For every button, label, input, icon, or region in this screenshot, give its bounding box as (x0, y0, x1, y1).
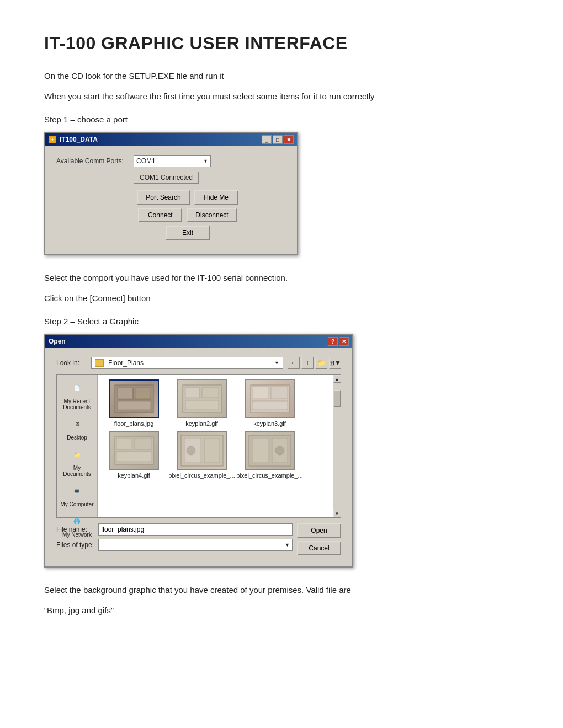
file-type-row: Files of type: ▼ (56, 539, 293, 551)
open-titlebar-buttons[interactable]: ? ✕ (328, 337, 349, 346)
file-name-1: keyplan2.gif (185, 420, 218, 427)
comm-ports-label: Available Comm Ports: (56, 157, 128, 165)
svg-rect-23 (252, 438, 269, 463)
scrollbar-up-arrow[interactable]: ▲ (333, 375, 341, 383)
dialog-buttons-section: Port Search Hide Me Connect Disconnect E… (89, 190, 286, 243)
folder-icon (95, 359, 104, 367)
page-title: IT-100 GRAPHIC USER INTERFACE (44, 33, 519, 53)
scrollbar-down-arrow[interactable]: ▼ (333, 510, 341, 517)
open-close-button[interactable]: ? (328, 337, 338, 346)
sidebar-label-desktop: Desktop (67, 435, 87, 441)
file-name-3: keyplan4.gif (118, 472, 150, 479)
svg-point-25 (275, 446, 284, 455)
titlebar-left: ⊞ IT100_DATA (49, 136, 98, 143)
sidebar-label-mycomputer: My Computer (60, 501, 93, 507)
titlebar-icon: ⊞ (49, 136, 56, 143)
it100-body: Available Comm Ports: COM1 ▼ COM1 Connec… (45, 146, 297, 254)
look-in-select[interactable]: Floor_Plans ▼ (91, 357, 283, 369)
buttons-row-1: Port Search Hide Me (137, 190, 238, 205)
step2-label: Step 2 – Select a Graphic (44, 317, 519, 326)
svg-rect-8 (202, 388, 219, 398)
recent-docs-icon: 📄 (67, 379, 87, 396)
my-computer-icon: 💻 (67, 483, 87, 499)
com-port-select[interactable]: COM1 ▼ (134, 155, 211, 167)
it100-title: IT100_DATA (60, 136, 98, 143)
up-folder-icon[interactable]: ↑ (301, 357, 314, 369)
file-name-2: keyplan3.gif (253, 420, 286, 427)
files-of-type-label: Files of type: (56, 541, 95, 549)
file-thumb-key3 (245, 379, 295, 418)
connected-label-row: COM1 Connected (134, 172, 286, 184)
port-search-button[interactable]: Port Search (137, 190, 189, 205)
hide-me-button[interactable]: Hide Me (194, 190, 238, 205)
desktop-icon: 🖥 (67, 416, 87, 432)
cancel-button[interactable]: Cancel (297, 541, 341, 555)
connect-button[interactable]: Connect (138, 208, 182, 222)
vertical-scrollbar[interactable]: ▲ ▼ (333, 375, 341, 517)
file-grid: floor_plans.jpg keyplan2.gif (98, 375, 333, 517)
bottom-row: File name: Files of type: ▼ Open Cancel (56, 523, 341, 555)
file-item-4[interactable]: pixel_circus_example_... (170, 431, 233, 479)
file-item-0[interactable]: floor_plans.jpg (102, 379, 166, 427)
file-item-1[interactable]: keyplan2.gif (170, 379, 233, 427)
connected-badge: COM1 Connected (134, 172, 199, 184)
file-item-5[interactable]: pixel_circus_example_... (238, 431, 301, 479)
svg-rect-3 (118, 401, 151, 410)
svg-rect-17 (116, 452, 152, 462)
look-in-arrow-icon: ▼ (274, 360, 279, 366)
open-dialog-title: Open (49, 338, 66, 345)
scrollbar-thumb[interactable] (334, 390, 341, 407)
svg-rect-16 (134, 438, 152, 449)
files-type-arrow-icon: ▼ (285, 542, 290, 548)
buttons-row-2: Connect Disconnect (138, 208, 237, 222)
svg-rect-1 (118, 388, 133, 399)
comm-ports-row: Available Comm Ports: COM1 ▼ (56, 155, 286, 167)
svg-rect-11 (252, 387, 269, 399)
file-browser-area: 📄 My Recent Documents 🖥 Desktop 📁 My Doc… (56, 374, 341, 518)
open-cancel-buttons: Open Cancel (297, 523, 341, 555)
desc1-line2: Click on the [Connect] button (44, 292, 519, 305)
close-button[interactable]: ✕ (284, 135, 294, 144)
look-in-bar: Look in: Floor_Plans ▼ ← ↑ 📁 ⊞▼ (56, 357, 341, 369)
file-name-input[interactable] (98, 523, 293, 536)
file-item-3[interactable]: keyplan4.gif (102, 431, 166, 479)
disconnect-button[interactable]: Disconnect (187, 208, 237, 222)
bottom-fields: File name: Files of type: ▼ (56, 523, 293, 551)
file-name-0: floor_plans.jpg (114, 420, 154, 427)
open-button[interactable]: Open (297, 523, 341, 538)
views-icon[interactable]: ⊞▼ (329, 357, 341, 369)
desc1-line1: Select the comport you have used for the… (44, 272, 519, 285)
file-thumb-key2 (177, 379, 227, 418)
exit-button[interactable]: Exit (166, 226, 210, 240)
svg-rect-9 (185, 400, 219, 410)
svg-rect-2 (135, 388, 151, 399)
open-titlebar: Open ? ✕ (45, 335, 352, 348)
sidebar-item-mydocs[interactable]: 📁 My Documents (59, 446, 95, 477)
file-thumb-key4 (109, 431, 159, 470)
look-in-label: Look in: (56, 359, 87, 367)
titlebar-buttons[interactable]: _ □ ✕ (262, 135, 294, 144)
new-folder-icon[interactable]: 📁 (315, 357, 327, 369)
file-name-5: pixel_circus_example_... (236, 472, 302, 479)
file-item-2[interactable]: keyplan3.gif (238, 379, 301, 427)
it100-dialog: ⊞ IT100_DATA _ □ ✕ Available Comm Ports:… (44, 132, 298, 255)
file-name-row: File name: (56, 523, 293, 536)
sidebar-item-mycomputer[interactable]: 💻 My Computer (60, 483, 93, 507)
sidebar-label-mydocs: My Documents (59, 465, 95, 477)
svg-rect-13 (252, 401, 288, 410)
maximize-button[interactable]: □ (273, 135, 283, 144)
step1-label: Step 1 – choose a port (44, 115, 519, 124)
my-docs-icon: 📁 (67, 446, 87, 463)
svg-rect-20 (204, 438, 220, 463)
file-thumb-px2 (245, 431, 295, 470)
intro-para-2: When you start the software the first ti… (44, 90, 519, 103)
buttons-row-3: Exit (166, 226, 210, 240)
files-of-type-select[interactable]: ▼ (98, 539, 293, 551)
it100-titlebar: ⊞ IT100_DATA _ □ ✕ (45, 133, 297, 146)
sidebar-item-desktop[interactable]: 🖥 Desktop (67, 416, 87, 441)
minimize-button[interactable]: _ (262, 135, 272, 144)
sidebar-item-recent[interactable]: 📄 My Recent Documents (59, 379, 95, 410)
open-close-x-button[interactable]: ✕ (339, 337, 349, 346)
svg-point-21 (187, 446, 195, 455)
back-nav-icon[interactable]: ← (288, 357, 300, 369)
